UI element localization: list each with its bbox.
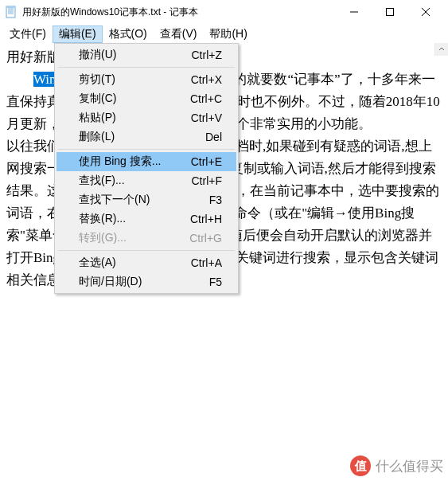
dropdown-item[interactable]: 查找下一个(N)F3 [56,190,236,209]
dropdown-item-shortcut: F3 [209,194,222,206]
notepad-icon [5,6,18,18]
dropdown-item: 转到(G)...Ctrl+G [56,229,236,248]
dropdown-separator [58,250,235,251]
dropdown-item-shortcut: Ctrl+E [191,155,222,168]
dropdown-item-label: 时间/日期(D) [79,275,209,289]
dropdown-item-shortcut: F5 [209,276,222,288]
dropdown-item[interactable]: 使用 Bing 搜索...Ctrl+E [56,152,236,171]
dropdown-item-label: 复制(C) [79,92,190,106]
dropdown-item-shortcut: Del [205,131,222,143]
dropdown-item-label: 使用 Bing 搜索... [79,154,191,169]
dropdown-item-label: 剪切(T) [79,72,191,87]
menu-edit-label: 编辑(E) [59,27,96,40]
dropdown-item-shortcut: Ctrl+X [191,73,222,86]
menu-view-label: 查看(V) [160,27,197,40]
dropdown-item[interactable]: 全选(A)Ctrl+A [56,253,236,272]
menu-bar: 文件(F) 编辑(E) 格式(O) 查看(V) 帮助(H) [0,24,448,43]
dropdown-item[interactable]: 剪切(T)Ctrl+X [56,70,236,89]
dropdown-item[interactable]: 撤消(U)Ctrl+Z [56,45,236,65]
dropdown-item-label: 替换(R)... [79,212,190,226]
menu-help[interactable]: 帮助(H) [203,25,253,43]
dropdown-item[interactable]: 删除(L)Del [56,127,236,147]
dropdown-item-shortcut: Ctrl+F [192,174,223,187]
dropdown-item-shortcut: Ctrl+C [190,92,222,105]
scroll-up-icon[interactable] [435,43,448,56]
watermark-icon: 值 [350,456,371,476]
svg-rect-5 [6,6,15,8]
menu-edit[interactable]: 编辑(E) [53,25,103,43]
dropdown-separator [58,67,235,68]
dropdown-item[interactable]: 替换(R)...Ctrl+H [56,209,236,229]
dropdown-item-shortcut: Ctrl+A [191,256,222,269]
minimize-button[interactable] [336,0,372,24]
dropdown-separator [58,149,235,150]
dropdown-item-shortcut: Ctrl+H [190,213,222,225]
dropdown-item-shortcut: Ctrl+G [189,232,222,244]
dropdown-item[interactable]: 复制(C)Ctrl+C [56,89,236,108]
window-title: 用好新版的Windows10记事本.txt - 记事本 [22,6,336,19]
edit-dropdown: 撤消(U)Ctrl+Z剪切(T)Ctrl+X复制(C)Ctrl+C粘贴(P)Ct… [54,43,239,294]
watermark: 值 什么值得买 [350,456,443,476]
title-bar: 用好新版的Windows10记事本.txt - 记事本 [0,0,448,24]
close-button[interactable] [407,0,443,24]
menu-help-label: 帮助(H) [209,27,247,40]
menu-view[interactable]: 查看(V) [154,25,204,43]
menu-format-label: 格式(O) [109,27,147,40]
dropdown-item-label: 删除(L) [79,130,205,144]
dropdown-item-label: 撤消(U) [79,48,192,62]
dropdown-item-label: 转到(G)... [79,231,189,245]
watermark-text: 什么值得买 [376,457,443,475]
dropdown-item-label: 粘贴(P) [79,111,191,125]
dropdown-item[interactable]: 查找(F)...Ctrl+F [56,171,236,190]
menu-file-label: 文件(F) [10,27,46,40]
dropdown-item[interactable]: 时间/日期(D)F5 [56,272,236,291]
svg-rect-7 [386,9,393,16]
dropdown-item-shortcut: Ctrl+V [191,111,222,124]
dropdown-item-label: 查找下一个(N) [79,193,209,207]
menu-format[interactable]: 格式(O) [103,25,154,43]
menu-file[interactable]: 文件(F) [3,25,53,43]
dropdown-item-label: 查找(F)... [79,174,192,188]
dropdown-item-label: 全选(A) [79,256,191,270]
maximize-button[interactable] [372,0,407,24]
vertical-scrollbar[interactable] [434,43,448,56]
dropdown-item[interactable]: 粘贴(P)Ctrl+V [56,108,236,127]
dropdown-item-shortcut: Ctrl+Z [192,49,223,61]
